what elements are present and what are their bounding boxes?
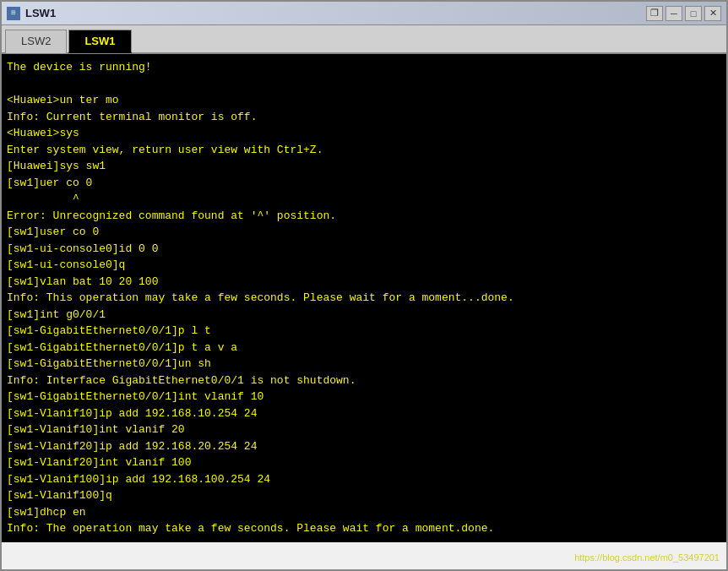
close-icon: ✕: [709, 8, 717, 19]
minimize-button[interactable]: ─: [666, 6, 682, 21]
window-title: LSW1: [25, 7, 56, 19]
maximize-icon: □: [691, 8, 697, 19]
tab-bar: LSW2 LSW1: [2, 25, 726, 54]
terminal-wrapper: The device is running! <Huawei>un ter mo…: [2, 54, 726, 569]
terminal-content: The device is running! <Huawei>un ter mo…: [7, 59, 721, 537]
title-controls: ❐ ─ □ ✕: [646, 6, 721, 21]
main-window: ≡ LSW1 ❐ ─ □ ✕ LSW2 LSW1 Th: [0, 0, 728, 571]
tab-lsw1-label: LSW1: [84, 35, 115, 47]
window-icon-symbol: ≡: [11, 8, 16, 18]
title-bar: ≡ LSW1 ❐ ─ □ ✕: [2, 2, 726, 25]
tab-lsw2[interactable]: LSW2: [5, 30, 67, 53]
restore-button[interactable]: ❐: [646, 6, 663, 21]
restore-icon: ❐: [650, 8, 659, 19]
maximize-button[interactable]: □: [685, 6, 702, 21]
tab-lsw2-label: LSW2: [21, 35, 51, 47]
close-button[interactable]: ✕: [704, 6, 721, 21]
window-icon: ≡: [7, 7, 20, 20]
terminal[interactable]: The device is running! <Huawei>un ter mo…: [2, 54, 726, 542]
watermark: https://blog.csdn.net/m0_53497201: [574, 552, 720, 563]
title-bar-left: ≡ LSW1: [7, 7, 56, 20]
tab-lsw1[interactable]: LSW1: [68, 30, 131, 53]
minimize-icon: ─: [671, 8, 677, 19]
